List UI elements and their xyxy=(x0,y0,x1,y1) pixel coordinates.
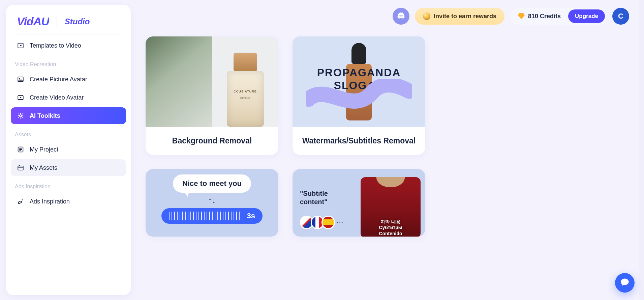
project-icon xyxy=(17,146,24,153)
sidebar-item-create-video-avatar[interactable]: Create Video Avatar xyxy=(11,89,126,106)
swoosh-icon xyxy=(306,79,412,109)
sidebar-item-templates-to-video[interactable]: Templates to Video xyxy=(11,37,126,54)
sidebar-divider xyxy=(15,34,122,34)
tool-card-watermark-removal[interactable]: PROPAGANDA SLOGAN Watermarks/Subtitles R… xyxy=(293,36,425,155)
flag-row: ··· xyxy=(300,216,357,229)
tool-thumb: "Subtitle content" ··· xyxy=(293,169,425,237)
tool-thumb: PROPAGANDA SLOGAN xyxy=(293,36,425,127)
sidebar: VidAU Studio Templates to Video Video Re… xyxy=(6,5,131,295)
discord-button[interactable] xyxy=(393,8,409,25)
sidebar-section-ads-inspiration: Ads Inspiration xyxy=(11,178,126,192)
sidebar-item-my-assets[interactable]: My Assets xyxy=(11,159,126,176)
tool-card-subtitle-translate[interactable]: "Subtitle content" ··· xyxy=(293,169,425,237)
sidebar-section-assets: Assets xyxy=(11,126,126,140)
svg-rect-9 xyxy=(19,165,20,166)
logo-divider xyxy=(57,17,57,27)
sub-line: 자막 내용 xyxy=(361,219,421,225)
flags-more: ··· xyxy=(337,219,343,225)
tool-thumb: Nice to meet you ↑↓ 3s xyxy=(146,169,278,237)
subtitle-quote: "Subtitle content" xyxy=(300,189,357,206)
logo-main: VidAU xyxy=(17,15,49,28)
templates-icon xyxy=(17,42,24,49)
coin-icon xyxy=(423,12,430,20)
sidebar-item-my-project[interactable]: My Project xyxy=(11,141,126,158)
sub-line: Субтитры xyxy=(361,225,421,231)
invite-label: Invite to earn rewards xyxy=(434,13,496,20)
sidebar-item-label: Ads Inspiration xyxy=(30,198,70,205)
diamond-icon xyxy=(518,13,525,19)
swap-arrows-icon: ↑↓ xyxy=(208,196,216,205)
tools-grid: CCUSIATURE CERBIK Background Removal xyxy=(131,26,644,237)
header: Invite to earn rewards 810 Credits Upgra… xyxy=(131,0,644,26)
duration: 3s xyxy=(247,212,255,220)
waveform-ticks xyxy=(169,212,242,220)
ads-inspiration-icon xyxy=(17,198,24,205)
scrollbar-track[interactable] xyxy=(639,0,644,300)
sidebar-item-ai-toolkits[interactable]: AI Toolkits xyxy=(11,107,126,124)
picture-avatar-icon xyxy=(17,76,24,83)
tool-thumb: CCUSIATURE CERBIK xyxy=(146,36,278,127)
assets-icon xyxy=(17,164,24,171)
chat-fab[interactable] xyxy=(615,273,635,293)
waveform-pill: 3s xyxy=(161,208,263,224)
sidebar-item-label: My Project xyxy=(30,146,58,153)
sidebar-item-create-picture-avatar[interactable]: Create Picture Avatar xyxy=(11,71,126,88)
bottle-label: CCUSIATURE xyxy=(233,90,258,93)
sidebar-section-video-recreation: Video Recreation xyxy=(11,55,126,70)
sidebar-item-label: AI Toolkits xyxy=(30,112,60,119)
ai-toolkits-icon xyxy=(17,112,24,119)
discord-icon xyxy=(397,11,405,21)
upgrade-button[interactable]: Upgrade xyxy=(568,9,605,23)
sidebar-item-label: Create Picture Avatar xyxy=(30,76,87,83)
prop-line1: PROPAGANDA xyxy=(293,66,425,79)
flag-es-icon xyxy=(321,216,335,229)
tool-card-speech-timing[interactable]: Nice to meet you ↑↓ 3s xyxy=(146,169,278,237)
video-avatar-icon xyxy=(17,94,24,101)
avatar[interactable]: C xyxy=(612,8,629,25)
svg-point-3 xyxy=(19,78,20,79)
logo-studio: Studio xyxy=(65,17,90,26)
sidebar-item-label: Templates to Video xyxy=(30,42,81,49)
sidebar-item-label: My Assets xyxy=(30,164,57,171)
logo[interactable]: VidAU Studio xyxy=(11,13,126,34)
main: Invite to earn rewards 810 Credits Upgra… xyxy=(131,0,644,300)
invite-rewards-button[interactable]: Invite to earn rewards xyxy=(415,8,504,25)
tool-card-background-removal[interactable]: CCUSIATURE CERBIK Background Removal xyxy=(146,36,278,155)
subtitle-preview: 자막 내용 Субтитры Contenido xyxy=(361,177,421,237)
svg-marker-1 xyxy=(20,45,22,47)
speech-bubble: Nice to meet you xyxy=(173,174,251,193)
svg-marker-5 xyxy=(20,97,22,99)
tool-title: Background Removal xyxy=(146,127,278,155)
sidebar-item-ads-inspiration[interactable]: Ads Inspiration xyxy=(11,193,126,210)
bottle-sublabel: CERBIK xyxy=(233,97,258,100)
svg-point-6 xyxy=(20,115,22,117)
chat-icon xyxy=(620,277,630,288)
sub-line: Contenido xyxy=(361,231,421,237)
credits-value: 810 Credits xyxy=(528,13,561,20)
credits-button[interactable]: 810 Credits Upgrade xyxy=(510,8,607,25)
tool-title: Watermarks/Subtitles Removal xyxy=(293,127,425,155)
svg-rect-8 xyxy=(18,166,23,170)
sidebar-item-label: Create Video Avatar xyxy=(30,94,84,101)
